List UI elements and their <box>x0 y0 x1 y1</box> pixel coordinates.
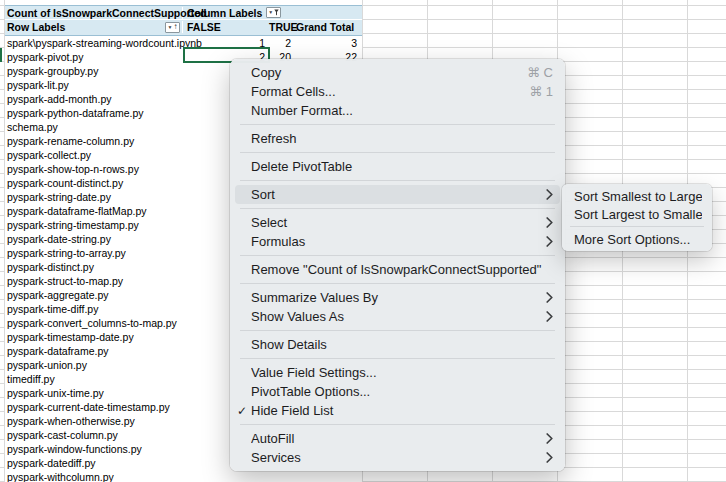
column-labels-filter-button[interactable]: ▼ <box>266 7 281 18</box>
menu-item-pivottable-options[interactable]: PivotTable Options... <box>230 382 565 401</box>
row-labels-text: Row Labels <box>7 21 65 33</box>
row-label[interactable]: pyspark-union.py <box>5 359 183 371</box>
column-header-false[interactable]: FALSE <box>183 21 269 33</box>
value-cell[interactable]: 2 <box>269 37 295 49</box>
menu-item-label: Copy <box>251 65 515 80</box>
row-label[interactable]: pyspark-string-to-array.py <box>5 247 183 259</box>
keyboard-shortcut: ⌘ C <box>527 65 553 80</box>
row-label[interactable]: pyspark-cast-column.py <box>5 429 183 441</box>
row-label[interactable]: pyspark-collect.py <box>5 149 183 161</box>
submenu-chevron-icon <box>546 433 553 444</box>
sort-ascending-icon: ↑ <box>173 23 177 31</box>
menu-divider <box>240 358 555 359</box>
row-label[interactable]: pyspark-date-string.py <box>5 233 183 245</box>
menu-item-label: Remove "Count of IsSnowparkConnectSuppor… <box>251 262 553 277</box>
menu-item-more-sort-options[interactable]: More Sort Options... <box>562 230 712 248</box>
menu-item-sort-largest-to-smallest[interactable]: Sort Largest to Smallest <box>562 205 712 223</box>
menu-item-value-field-settings[interactable]: Value Field Settings... <box>230 363 565 382</box>
row-label[interactable]: pyspark-convert_columns-to-map.py <box>5 317 183 329</box>
row-label[interactable]: pyspark-dataframe-flatMap.py <box>5 205 183 217</box>
row-label[interactable]: pyspark-distinct.py <box>5 261 183 273</box>
menu-item-sort[interactable]: Sort <box>235 185 560 204</box>
menu-item-label: Sort Smallest to Largest <box>574 189 702 204</box>
context-menu: Copy⌘ CFormat Cells...⌘ 1Number Format..… <box>230 59 565 471</box>
menu-item-label: Hide Field List <box>251 403 553 418</box>
submenu-chevron-icon <box>546 236 553 247</box>
menu-item-label: Show Values As <box>251 309 534 324</box>
pivot-table-header: Count of IsSnowparkConnectSupported Colu… <box>5 5 362 36</box>
selected-row-indicator <box>0 48 2 62</box>
row-label[interactable]: pyspark-python-dataframe.py <box>5 107 183 119</box>
row-label[interactable]: timediff.py <box>5 373 183 385</box>
row-label[interactable]: pyspark-lit.py <box>5 79 183 91</box>
menu-item-refresh[interactable]: Refresh <box>230 129 565 148</box>
row-label[interactable]: pyspark-count-distinct.py <box>5 177 183 189</box>
menu-item-copy[interactable]: Copy⌘ C <box>230 63 565 82</box>
menu-item-format-cells[interactable]: Format Cells...⌘ 1 <box>230 82 565 101</box>
row-label[interactable]: pyspark-aggregate.py <box>5 289 183 301</box>
menu-item-show-details[interactable]: Show Details <box>230 335 565 354</box>
row-label[interactable]: pyspark-rename-column.py <box>5 135 183 147</box>
menu-item-autofill[interactable]: AutoFill <box>230 429 565 448</box>
row-labels-cell[interactable]: Row Labels ▼ ↑ <box>5 21 183 33</box>
menu-item-show-values-as[interactable]: Show Values As <box>230 307 565 326</box>
value-cell[interactable]: 3 <box>295 37 361 49</box>
menu-item-label: Show Details <box>251 337 553 352</box>
row-label[interactable]: pyspark-dataframe.py <box>5 345 183 357</box>
row-label[interactable]: pyspark-groupby.py <box>5 65 183 77</box>
row-label[interactable]: pyspark-struct-to-map.py <box>5 275 183 287</box>
row-label[interactable]: pyspark-string-timestamp.py <box>5 219 183 231</box>
menu-item-summarize-values-by[interactable]: Summarize Values By <box>230 288 565 307</box>
menu-item-label: Select <box>251 215 534 230</box>
menu-item-formulas[interactable]: Formulas <box>230 232 565 251</box>
menu-item-label: Services <box>251 450 534 465</box>
row-label[interactable]: pyspark-window-functions.py <box>5 443 183 455</box>
pivot-title-cell[interactable]: Count of IsSnowparkConnectSupported <box>5 7 183 19</box>
checkmark-icon: ✓ <box>237 404 247 418</box>
menu-item-label: Sort <box>251 187 534 202</box>
menu-item-hide-field-list[interactable]: ✓Hide Field List <box>230 401 565 420</box>
row-label[interactable]: pyspark-pivot.py <box>5 51 183 63</box>
column-header-grand-total[interactable]: Grand Total <box>295 21 361 33</box>
menu-item-number-format[interactable]: Number Format... <box>230 101 565 120</box>
dropdown-arrow-icon: ▼ <box>168 25 173 30</box>
menu-divider <box>240 180 555 181</box>
row-label[interactable]: pyspark-unix-time.py <box>5 387 183 399</box>
menu-divider <box>240 124 555 125</box>
menu-divider <box>240 283 555 284</box>
submenu-chevron-icon <box>546 217 553 228</box>
menu-item-label: Formulas <box>251 234 534 249</box>
row-label[interactable]: pyspark-current-date-timestamp.py <box>5 401 183 413</box>
menu-item-sort-smallest-to-largest[interactable]: Sort Smallest to Largest <box>562 187 712 205</box>
row-label[interactable]: pyspark-time-diff.py <box>5 303 183 315</box>
pivot-title-label: Count of IsSnowparkConnectSupported <box>7 7 207 19</box>
menu-item-label: AutoFill <box>251 431 534 446</box>
submenu-chevron-icon <box>546 292 553 303</box>
table-row-pyspark-withcolumn-py[interactable]: pyspark-withcolumn.py <box>5 470 362 482</box>
row-label[interactable]: spark\pyspark-streaming-wordcount.ipynb <box>5 37 183 49</box>
row-label[interactable]: pyspark-timestamp-date.py <box>5 331 183 343</box>
menu-item-label: Delete PivotTable <box>251 159 553 174</box>
menu-item-delete-pivottable[interactable]: Delete PivotTable <box>230 157 565 176</box>
menu-item-label: Number Format... <box>251 103 553 118</box>
column-header-true[interactable]: TRUE <box>269 21 295 33</box>
row-label[interactable]: pyspark-when-otherwise.py <box>5 415 183 427</box>
menu-item-label: Value Field Settings... <box>251 365 553 380</box>
menu-divider <box>240 330 555 331</box>
submenu-chevron-icon <box>546 189 553 200</box>
column-labels-text: Column Labels <box>187 7 262 19</box>
row-label[interactable]: pyspark-datediff.py <box>5 457 183 469</box>
row-label[interactable]: pyspark-add-month.py <box>5 93 183 105</box>
menu-item-remove-count-of-issnowparkconnectsupported[interactable]: Remove "Count of IsSnowparkConnectSuppor… <box>230 260 565 279</box>
row-label[interactable]: pyspark-show-top-n-rows.py <box>5 163 183 175</box>
submenu-chevron-icon <box>546 311 553 322</box>
row-label[interactable]: pyspark-string-date.py <box>5 191 183 203</box>
menu-divider <box>240 255 555 256</box>
menu-item-select[interactable]: Select <box>230 213 565 232</box>
row-labels-filter-button[interactable]: ▼ ↑ <box>165 22 180 33</box>
row-label[interactable]: schema.py <box>5 121 183 133</box>
menu-item-label: Refresh <box>251 131 553 146</box>
column-labels-cell[interactable]: Column Labels ▼ <box>183 7 362 19</box>
row-label[interactable]: pyspark-withcolumn.py <box>5 471 183 482</box>
menu-item-services[interactable]: Services <box>230 448 565 467</box>
